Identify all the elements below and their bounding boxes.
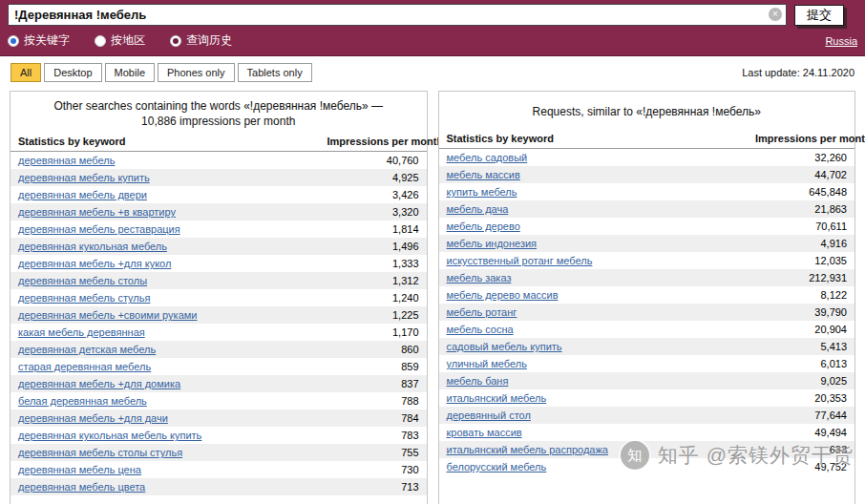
keyword-cell: деревянная мебель столы стулья xyxy=(11,444,320,461)
keyword-link[interactable]: деревянная мебель цена xyxy=(18,464,141,475)
keyword-link[interactable]: мебель массив xyxy=(447,169,520,180)
table-row: мебель ротанг39,790 xyxy=(439,304,855,321)
col-impressions-header: Impressions per month? xyxy=(748,130,854,149)
keyword-link[interactable]: мебель сосна xyxy=(447,324,514,335)
impressions-value: 8,122 xyxy=(748,286,854,304)
radio-by-keyword[interactable]: 按关键字 xyxy=(8,32,70,49)
keyword-link[interactable]: деревянная мебель +для дачи xyxy=(18,412,168,424)
search-input-wrapper: × xyxy=(8,4,787,26)
impressions-value: 755 xyxy=(320,444,427,461)
table-row: старая деревянная мебель859 xyxy=(11,358,427,375)
impressions-value: 20,904 xyxy=(748,321,854,338)
keyword-link[interactable]: искусственный ротанг мебель xyxy=(447,255,593,266)
keyword-link[interactable]: деревянная детская мебель xyxy=(18,344,156,355)
tab-all[interactable]: All xyxy=(11,63,41,82)
table-header-row: Statistics by keyword Impressions per mo… xyxy=(11,133,427,152)
keyword-cell: мебель сосна xyxy=(439,321,749,338)
last-update-label: Last update: 24.11.2020 xyxy=(742,67,854,78)
radio-selected-icon xyxy=(8,35,19,47)
keyword-link[interactable]: купить мебель xyxy=(447,186,517,198)
table-row: деревянная мебель40,760 xyxy=(11,152,427,170)
keyword-link[interactable]: мебель баня xyxy=(447,375,509,387)
search-input[interactable] xyxy=(8,4,787,26)
table-row: купить мебель645,848 xyxy=(439,183,855,200)
radio-by-region-label: 按地区 xyxy=(111,32,145,49)
submit-button[interactable]: 提交 xyxy=(794,5,844,26)
clear-icon[interactable]: × xyxy=(769,8,782,21)
keyword-link[interactable]: мебель дача xyxy=(447,203,509,215)
radio-query-history[interactable]: 查询历史 xyxy=(170,32,232,49)
keyword-link[interactable]: деревянная мебель +своими руками xyxy=(18,309,197,321)
keyword-link[interactable]: мебель садовый xyxy=(447,152,528,163)
left-table-body: деревянная мебель40,760деревянная мебель… xyxy=(11,152,427,496)
keyword-cell: деревянная мебель стулья xyxy=(11,289,320,306)
keyword-link[interactable]: деревянная кукольная мебель xyxy=(18,241,167,252)
keyword-link[interactable]: какая мебель деревянная xyxy=(18,326,145,338)
table-row: мебель заказ212,931 xyxy=(439,269,855,286)
keyword-link[interactable]: мебель индонезия xyxy=(447,238,538,249)
table-row: мебель дерево массив8,122 xyxy=(439,286,855,304)
tab-mobile[interactable]: Mobile xyxy=(105,63,155,82)
keyword-link[interactable]: деревянный стол xyxy=(447,410,531,421)
keyword-link[interactable]: деревянная мебель +для домика xyxy=(18,378,180,389)
keyword-link[interactable]: деревянная мебель +в квартиру xyxy=(18,206,176,218)
table-row: мебель дача21,863 xyxy=(439,200,855,218)
keyword-link[interactable]: деревянная мебель +для кукол xyxy=(18,258,171,269)
keyword-cell: деревянная мебель столы xyxy=(11,272,320,289)
keyword-link[interactable]: белорусский мебель xyxy=(447,461,547,472)
table-row: белорусский мебель49,752 xyxy=(439,458,855,475)
keyword-link[interactable]: деревянная мебель xyxy=(18,155,115,166)
keyword-link[interactable]: старая деревянная мебель xyxy=(18,361,151,372)
keyword-link[interactable]: деревянная мебель столы стулья xyxy=(18,447,182,458)
keyword-link[interactable]: итальянский мебель распродажа xyxy=(447,444,608,455)
keyword-link[interactable]: мебель дерево xyxy=(447,220,520,232)
keyword-link[interactable]: деревянная мебель купить xyxy=(18,172,150,183)
keyword-cell: деревянный стол xyxy=(439,407,749,424)
keyword-cell: деревянная мебель реставрация xyxy=(11,220,320,238)
keyword-link[interactable]: деревянная мебель реставрация xyxy=(18,223,180,235)
table-row: деревянная кукольная мебель1,496 xyxy=(11,238,427,255)
keyword-link[interactable]: деревянная мебель стулья xyxy=(18,292,150,304)
impressions-value: 4,925 xyxy=(320,169,427,186)
table-row: деревянная детская мебель860 xyxy=(11,341,427,358)
table-row: деревянная мебель столы стулья755 xyxy=(11,444,427,461)
keyword-cell: старая деревянная мебель xyxy=(11,358,320,375)
keyword-link[interactable]: мебель ротанг xyxy=(447,306,517,318)
impressions-value: 860 xyxy=(320,341,427,358)
impressions-value: 1,225 xyxy=(320,306,427,324)
keyword-cell: деревянная детская мебель xyxy=(11,341,320,358)
keyword-link[interactable]: садовый мебель купить xyxy=(447,341,562,352)
keyword-link[interactable]: кровать массив xyxy=(447,427,522,438)
impressions-value: 4,916 xyxy=(748,235,854,252)
keyword-cell: мебель заказ xyxy=(439,269,749,286)
keyword-link[interactable]: мебель дерево массив xyxy=(447,289,559,301)
table-row: деревянная мебель цена730 xyxy=(11,461,427,478)
impressions-value: 32,260 xyxy=(748,149,854,167)
radio-by-keyword-label: 按关键字 xyxy=(24,32,70,49)
region-link[interactable]: Russia xyxy=(825,35,857,47)
keyword-link[interactable]: деревянная кукольная мебель купить xyxy=(18,430,201,441)
impressions-value: 783 xyxy=(320,427,427,444)
tab-tablets-only[interactable]: Tablets only xyxy=(238,63,312,82)
keyword-link[interactable]: деревянная мебель цвета xyxy=(18,481,145,493)
tab-phones-only[interactable]: Phones only xyxy=(158,63,235,82)
radio-by-region[interactable]: 按地区 xyxy=(95,32,145,49)
keyword-link[interactable]: мебель заказ xyxy=(447,272,512,284)
keyword-link[interactable]: деревянная мебель двери xyxy=(18,189,147,200)
keyword-link[interactable]: итальянский мебель xyxy=(447,392,547,404)
keyword-cell: белорусский мебель xyxy=(439,458,749,475)
keyword-link[interactable]: уличный мебель xyxy=(447,358,527,369)
impressions-value: 859 xyxy=(320,358,427,375)
tab-desktop[interactable]: Desktop xyxy=(44,63,101,82)
keyword-link[interactable]: деревянная мебель столы xyxy=(18,275,147,286)
keyword-cell: мебель массив xyxy=(439,166,749,183)
keyword-cell: деревянная кукольная мебель xyxy=(11,238,320,255)
left-panel: Other searches containing the words «!де… xyxy=(10,91,428,504)
search-row: × 提交 xyxy=(8,4,857,26)
table-row: итальянский мебель распродажа633 xyxy=(439,441,855,458)
table-row: деревянная мебель стулья1,240 xyxy=(11,289,427,306)
keyword-link[interactable]: белая деревянная мебель xyxy=(18,395,147,407)
table-row: деревянная мебель +в квартиру3,320 xyxy=(11,203,427,220)
table-row: деревянная мебель двери3,426 xyxy=(11,186,427,203)
table-row: какая мебель деревянная1,170 xyxy=(11,324,427,341)
